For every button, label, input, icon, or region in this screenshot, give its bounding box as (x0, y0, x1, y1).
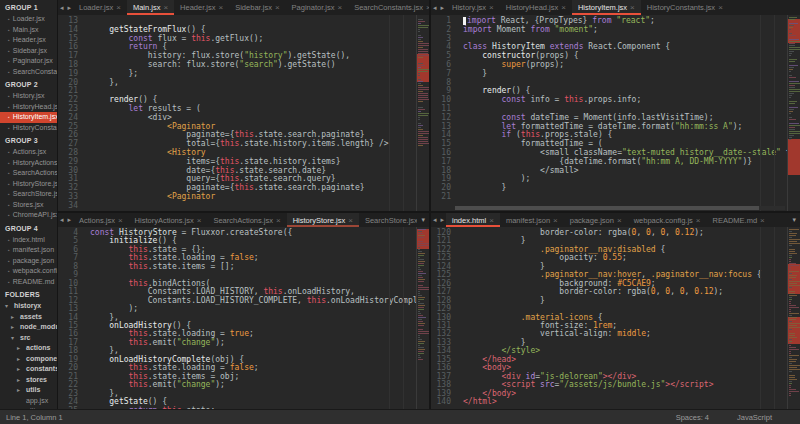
horizontal-scrollbar[interactable] (455, 206, 785, 210)
tab-close-icon[interactable]: × (163, 3, 168, 12)
tree-folder-item[interactable]: ▸utils (0, 385, 57, 396)
tab-HistoryStore.jsx[interactable]: HistoryStore.jsx× (287, 213, 359, 227)
minimap[interactable] (416, 227, 429, 409)
code-viewport[interactable]: const HistoryStore = Fluxxor.createStore… (82, 227, 416, 409)
sidebar-file-item[interactable]: ▪ChromeAPI.jsx (0, 210, 57, 221)
code-viewport[interactable]: import React, {PropTypes} from "react";i… (455, 15, 787, 211)
minimap-line (418, 313, 421, 314)
tab-scroll-left-icon[interactable]: ◂ (58, 0, 66, 15)
sidebar-file-item[interactable]: ▪Loader.jsx (0, 14, 57, 25)
tab-close-icon[interactable]: × (561, 3, 566, 12)
tab-close-icon[interactable]: × (219, 3, 224, 12)
sidebar-file-item[interactable]: ▪HistoryStore.jsx (0, 179, 57, 190)
tab-close-icon[interactable]: × (197, 216, 202, 225)
tree-folder-item[interactable]: ▸components (0, 354, 57, 365)
sidebar-file-item[interactable]: ▪SearchStore.jsx (0, 189, 57, 200)
tab-scroll-right-icon[interactable]: ▸ (439, 213, 447, 227)
tab-close-icon[interactable]: × (489, 216, 494, 225)
code-viewport[interactable]: border-color: rgba(0, 0, 0, 0.12); } .pa… (455, 227, 787, 409)
minimap-line (789, 93, 794, 94)
tab-scroll-right-icon[interactable]: ▸ (66, 213, 74, 227)
sidebar-file-item[interactable]: ▪README.md (0, 277, 57, 288)
tab-close-icon[interactable]: × (718, 3, 723, 12)
sidebar-file-item[interactable]: ▪HistoryItem.jsx (0, 112, 57, 123)
tree-folder-item[interactable]: ▾historyx (0, 301, 57, 312)
tab-Sidebar.jsx[interactable]: Sidebar.jsx× (229, 0, 285, 15)
minimap[interactable] (416, 15, 429, 211)
tab-manifest.json[interactable]: manifest.json× (500, 213, 564, 227)
tab-Header.jsx[interactable]: Header.jsx× (174, 0, 229, 15)
code-token: query={ (90, 174, 220, 183)
tab-close-icon[interactable]: × (489, 3, 494, 12)
tab-package.json[interactable]: package.json× (564, 213, 628, 227)
tab-index.html[interactable]: index.html× (446, 213, 500, 227)
sidebar-file-item[interactable]: ▪HistoryConstants.jsx (0, 123, 57, 134)
tab-SearchConstants.jsx[interactable]: SearchConstants.jsx× (348, 0, 429, 15)
sidebar-file-item[interactable]: ▪Actions.jsx (0, 147, 57, 158)
gutter: 1201211221231241251261271281291301311321… (431, 227, 455, 409)
tab-HistoryItem.jsx[interactable]: HistoryItem.jsx× (572, 0, 641, 15)
tab-scroll-left-icon[interactable]: ◂ (58, 213, 66, 227)
tab-README.md[interactable]: README.md× (707, 213, 771, 227)
sidebar-file-item[interactable]: ▪Main.jsx (0, 25, 57, 36)
tab-scroll-right-icon[interactable]: ▸ (66, 0, 74, 15)
sidebar-file-item[interactable]: ▪manifest.json (0, 245, 57, 256)
tab-close-icon[interactable]: × (696, 216, 701, 225)
sidebar-file-item[interactable]: ▪Paginator.jsx (0, 56, 57, 67)
tab-close-icon[interactable]: × (116, 3, 121, 12)
tab-close-icon[interactable]: × (617, 216, 622, 225)
sidebar-file-item[interactable]: ▪SearchConstants.jsx (0, 67, 57, 78)
tab-scroll-left-icon[interactable]: ◂ (431, 0, 439, 15)
tree-folder-item[interactable]: ▾src (0, 333, 57, 344)
scrollbar-thumb[interactable] (455, 206, 759, 210)
sidebar-file-item[interactable]: ▪package.json (0, 256, 57, 267)
code-token: () { (186, 25, 205, 34)
tab-close-icon[interactable]: × (760, 216, 765, 225)
minimap-line (789, 55, 791, 56)
sidebar-file-item[interactable]: ▪Header.jsx (0, 35, 57, 46)
tree-folder-item[interactable]: ▸actions (0, 343, 57, 354)
tab-scroll-right-icon[interactable]: ▸ (439, 0, 447, 15)
tab-overflow-icon[interactable]: ▾ (417, 213, 429, 227)
tree-folder-item[interactable]: ▸constants (0, 364, 57, 375)
status-indent[interactable]: Spaces: 4 (676, 413, 709, 422)
sidebar-file-item[interactable]: ▪webpack.config.js (0, 266, 57, 277)
tab-SearchStore.jsx[interactable]: SearchStore.jsx× (359, 213, 418, 227)
tab-Actions.jsx[interactable]: Actions.jsx× (73, 213, 129, 227)
sidebar-file-item[interactable]: ▪HistoryActions.jsx (0, 158, 57, 169)
sidebar-file-item[interactable]: ▪index.html (0, 235, 57, 246)
minimap[interactable] (787, 15, 800, 211)
tab-SearchActions.jsx[interactable]: SearchActions.jsx× (207, 213, 286, 227)
tab-close-icon[interactable]: × (553, 216, 558, 225)
tab-overflow-icon[interactable]: ▾ (788, 213, 800, 227)
sidebar-file-item[interactable]: ▪History.jsx (0, 91, 57, 102)
tab-HistoryConstants.jsx[interactable]: HistoryConstants.jsx× (641, 0, 729, 15)
minimap[interactable] (787, 227, 800, 409)
minimap-line (789, 247, 791, 248)
tab-HistoryHead.jsx[interactable]: HistoryHead.jsx× (500, 0, 572, 15)
sidebar-file-item[interactable]: ▪SearchActions.jsx (0, 168, 57, 179)
status-syntax[interactable]: JavaScript (737, 413, 772, 422)
code-viewport[interactable]: getStateFromFlux() { const flux = this.g… (82, 15, 416, 211)
tree-folder-item[interactable]: ▸node_modules (0, 322, 57, 333)
tab-close-icon[interactable]: × (118, 216, 123, 225)
sidebar-file-item[interactable]: ▪Stores.jsx (0, 200, 57, 211)
tab-Loader.jsx[interactable]: Loader.jsx× (73, 0, 127, 15)
tree-folder-item[interactable]: ▸stores (0, 375, 57, 386)
tab-History.jsx[interactable]: History.jsx× (446, 0, 500, 15)
sidebar-file-item[interactable]: ▪Sidebar.jsx (0, 46, 57, 57)
tab-close-icon[interactable]: × (630, 3, 635, 12)
code-token: }, (90, 78, 119, 87)
tab-close-icon[interactable]: × (275, 3, 280, 12)
tab-close-icon[interactable]: × (338, 3, 343, 12)
tab-HistoryActions.jsx[interactable]: HistoryActions.jsx× (129, 213, 208, 227)
tab-close-icon[interactable]: × (276, 216, 281, 225)
tab-Main.jsx[interactable]: Main.jsx× (127, 0, 174, 15)
tab-scroll-left-icon[interactable]: ◂ (431, 213, 439, 227)
sidebar-file-item[interactable]: ▪HistoryHead.jsx (0, 102, 57, 113)
tab-webpack.config.js[interactable]: webpack.config.js× (628, 213, 707, 227)
tab-Paginator.jsx[interactable]: Paginator.jsx× (286, 0, 349, 15)
tree-folder-item[interactable]: ▸assets (0, 312, 57, 323)
tab-close-icon[interactable]: × (348, 216, 353, 225)
tree-file-item[interactable]: app.jsx (0, 396, 57, 407)
